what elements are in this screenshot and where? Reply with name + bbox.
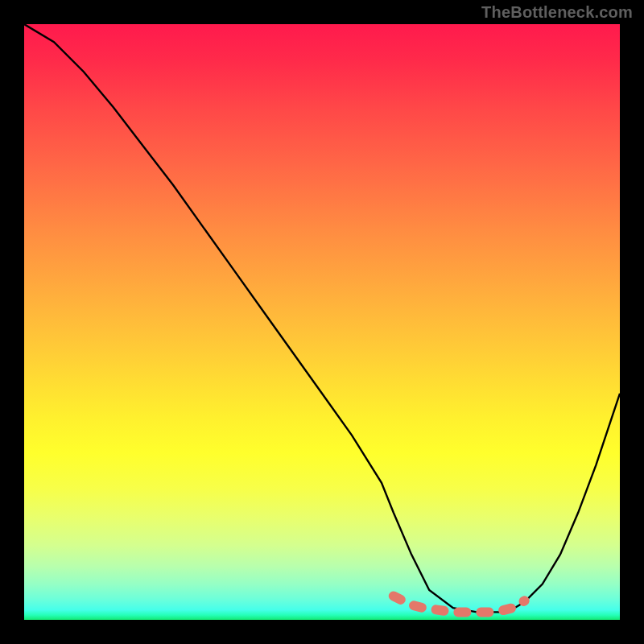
watermark-text: TheBottleneck.com bbox=[481, 3, 633, 22]
curve-layer bbox=[24, 24, 620, 620]
marker-region bbox=[394, 596, 525, 612]
chart-frame: TheBottleneck.com bbox=[0, 0, 644, 644]
plot-area bbox=[24, 24, 620, 620]
bottleneck-curve bbox=[24, 24, 620, 612]
